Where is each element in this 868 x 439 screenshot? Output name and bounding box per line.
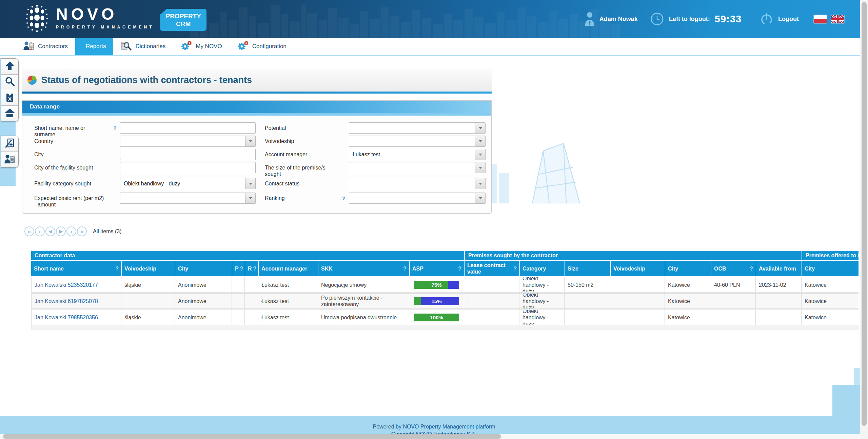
contractors-icon <box>23 40 35 53</box>
filter-input-city[interactable] <box>120 149 256 160</box>
vertical-scrollbar[interactable] <box>860 0 868 439</box>
british-flag-button[interactable] <box>831 15 844 23</box>
horizontal-scrollbar[interactable] <box>0 434 860 439</box>
data-range-header: Data range <box>22 101 491 113</box>
tab-label: Contractors <box>38 43 68 50</box>
column-label: Voivodeship <box>124 265 156 272</box>
help-icon[interactable]: ? <box>341 195 346 201</box>
sidebar-excel-export-button[interactable]: X <box>1 90 18 105</box>
help-icon[interactable]: ? <box>750 265 753 272</box>
filter-label-expected-basic-rent-per-m2-amount: Expected basic rent (per m2) - amount <box>34 195 105 208</box>
horizontal-scrollbar-thumb[interactable] <box>3 434 501 439</box>
filter-label-short-name-name-or-surname: Short name, name or surname <box>34 125 105 138</box>
column-header-short-name[interactable]: Short name? <box>31 260 121 276</box>
chevron-down-icon[interactable] <box>245 178 255 189</box>
pager-next-button[interactable]: › <box>66 226 76 236</box>
cell-available-from <box>756 293 802 309</box>
contractor-link[interactable]: Jan Kowalski 7985520356 <box>31 310 121 325</box>
page-title: Status of negotiations with contractors … <box>41 75 252 85</box>
chevron-down-icon[interactable] <box>245 193 255 203</box>
column-header-skk[interactable]: SKK? <box>318 260 409 276</box>
cell-category: Obiekt handlowy - duży <box>519 310 565 325</box>
tab-my-novo[interactable]: My NOVO <box>173 38 229 55</box>
column-header-r[interactable]: R? <box>245 260 258 276</box>
help-icon[interactable]: ? <box>403 265 407 272</box>
column-header-account-manager[interactable]: Account manager <box>258 260 318 276</box>
column-label: Lease contract value <box>467 262 512 275</box>
contractor-link[interactable]: Jan Kowalski 6197825078 <box>31 293 121 309</box>
brand-name: NOVO <box>56 7 154 22</box>
column-header-lease-contract-value[interactable]: Lease contract value? <box>464 260 519 276</box>
filter-select-contact-status[interactable] <box>349 178 486 189</box>
tab-label: Reports <box>86 43 106 50</box>
column-header-ocb[interactable]: OCB? <box>711 260 756 276</box>
tab-reports[interactable]: Reports <box>75 38 114 55</box>
filter-label-facility-category-sought: Facility category sought <box>34 180 105 187</box>
help-icon[interactable]: ? <box>253 265 257 272</box>
tab-configuration[interactable]: Configuration <box>230 38 294 55</box>
sidebar-contractor-card-button[interactable] <box>1 152 18 167</box>
logout-button[interactable]: Logout <box>778 16 799 23</box>
sidebar-home-button[interactable] <box>1 105 18 121</box>
tab-contractors[interactable]: Contractors <box>15 38 75 55</box>
pager-first-button[interactable]: « <box>24 226 34 236</box>
filter-select-potential[interactable] <box>349 122 486 134</box>
chevron-down-icon[interactable] <box>475 136 485 146</box>
column-header-p[interactable]: P? <box>232 260 245 276</box>
pager-step-back-button[interactable]: ◀ <box>45 226 55 236</box>
gears-icon <box>237 40 249 53</box>
pager-last-button[interactable]: » <box>77 226 87 236</box>
chevron-down-icon[interactable] <box>475 162 485 173</box>
contractor-link[interactable]: Jan Kowalski 5235320177 <box>31 277 121 293</box>
sidebar-up-arrow-button[interactable] <box>1 59 18 74</box>
chevron-down-icon[interactable] <box>245 136 255 146</box>
cell-size: 50-150 m2 <box>565 277 610 293</box>
cell-account-manager: Łukasz test <box>258 293 318 309</box>
asp-progress-bar: 75% <box>414 281 459 289</box>
column-header-size[interactable]: Size <box>565 260 610 276</box>
cell-city: Katowice <box>665 310 711 325</box>
main-navigation: Contractors Reports Dictionaries My NOVO… <box>0 38 868 56</box>
column-header-category[interactable]: Category <box>519 260 565 276</box>
up-arrow-icon <box>4 60 15 73</box>
pager-step-forward-button[interactable]: ▶ <box>56 226 66 236</box>
help-icon[interactable]: ? <box>113 125 117 131</box>
vertical-scrollbar-thumb[interactable] <box>862 2 867 426</box>
sidebar-search-button[interactable] <box>1 74 18 90</box>
filter-select-country[interactable] <box>120 136 256 147</box>
select-value: Obiekt handlowy - duży <box>120 181 245 187</box>
filter-select-the-size-of-the-premise-s-sought[interactable] <box>349 162 486 173</box>
column-header-available-from[interactable]: Available from <box>756 260 802 276</box>
filter-select-expected-basic-rent-per-m2-amount[interactable] <box>120 193 256 204</box>
help-icon[interactable]: ? <box>458 265 461 272</box>
chevron-down-icon[interactable] <box>475 193 485 203</box>
tab-dictionaries[interactable]: Dictionaries <box>113 38 173 55</box>
cell-skk: Negocjacje umowy <box>318 277 409 293</box>
column-header-city[interactable]: City <box>665 260 711 276</box>
filter-select-facility-category-sought[interactable]: Obiekt handlowy - duży <box>120 178 256 189</box>
cell-city: Anonimowe <box>175 310 232 325</box>
column-header-asp[interactable]: ASP? <box>409 260 464 276</box>
help-icon[interactable]: ? <box>513 265 517 272</box>
filter-input-short-name-name-or-surname[interactable] <box>120 122 256 134</box>
column-header-voivodeship[interactable]: Voivodeship <box>610 260 665 276</box>
filter-select-ranking[interactable] <box>349 193 486 204</box>
column-header-voivodeship[interactable]: Voivodeship <box>121 260 175 276</box>
pagination-summary: All items (3) <box>93 228 121 235</box>
help-icon[interactable]: ? <box>115 265 119 272</box>
pager-prev-button[interactable]: ‹ <box>35 226 45 236</box>
filter-select-voivodeship[interactable] <box>349 136 486 147</box>
chevron-down-icon[interactable] <box>475 123 485 133</box>
chevron-down-icon[interactable] <box>475 149 485 160</box>
cell-ocb: 40-60 PLN <box>711 277 756 293</box>
column-label: Voivodeship <box>613 265 645 272</box>
polish-flag-button[interactable] <box>814 15 827 23</box>
power-icon[interactable] <box>760 12 773 26</box>
filter-select-account-manager[interactable]: Łukasz test <box>349 149 486 160</box>
help-icon[interactable]: ? <box>240 265 243 272</box>
column-header-city[interactable]: City <box>175 260 232 276</box>
sidebar-new-entry-button[interactable] <box>1 136 18 152</box>
column-header-city[interactable]: City <box>802 260 859 276</box>
chevron-down-icon[interactable] <box>475 178 485 189</box>
filter-input-city-of-the-facility-sought[interactable] <box>120 162 256 173</box>
